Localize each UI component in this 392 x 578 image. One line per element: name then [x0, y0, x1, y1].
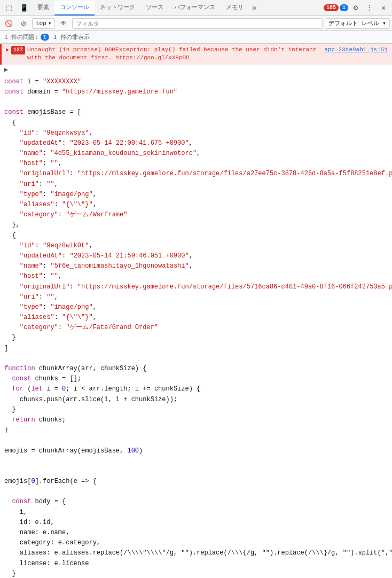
- issues-count-label: 1 件の問題:: [4, 33, 38, 41]
- log-level-label: デフォルト レベル ▾: [328, 19, 386, 27]
- tab-console[interactable]: コンソール: [54, 1, 95, 15]
- error-count-badge: 185: [324, 4, 339, 11]
- log-level-dropdown[interactable]: デフォルト レベル ▾: [325, 18, 390, 29]
- expand-arrow-icon: ▶: [4, 66, 8, 74]
- filter-toggle-icon[interactable]: ⊘: [17, 18, 30, 29]
- error-line-number: 127: [11, 46, 25, 54]
- hidden-count-label: 1 件の非表示: [53, 33, 90, 41]
- device-icon[interactable]: 📱: [17, 2, 31, 14]
- issues-count: 1 件の問題: 1: [4, 33, 49, 41]
- context-label: top: [36, 20, 46, 27]
- tab-performance[interactable]: パフォーマンス: [169, 1, 221, 15]
- error-file-ref[interactable]: app-23ce9ab1.js:51: [324, 46, 388, 54]
- error-row: ▶ 127 Uncaught (in promise) DOMException…: [0, 44, 392, 65]
- issues-bar: 1 件の問題: 1 1 件の非表示: [0, 31, 392, 44]
- settings-icon[interactable]: ⚙: [349, 2, 362, 14]
- notification-badge: 1: [340, 4, 348, 11]
- filter-input[interactable]: [72, 18, 323, 29]
- error-message: Uncaught (in promise) DOMException: play…: [27, 46, 320, 63]
- context-dropdown[interactable]: top ▾: [32, 18, 55, 29]
- tab-elements[interactable]: 要素: [32, 1, 54, 15]
- inspect-icon[interactable]: ⬚: [2, 2, 16, 14]
- tab-more[interactable]: »: [249, 4, 260, 12]
- code-content: const i = "XXXXXXXX" const domain = "htt…: [0, 75, 392, 578]
- close-icon[interactable]: ✕: [377, 2, 390, 14]
- tab-memory[interactable]: メモリ: [221, 1, 249, 15]
- more-options-icon[interactable]: ⋮: [363, 2, 376, 14]
- filter-bar: 🚫 ⊘ top ▾ 👁 デフォルト レベル ▾: [0, 16, 392, 31]
- tab-sources[interactable]: ソース: [140, 1, 169, 15]
- dropdown-arrow-icon: ▾: [48, 20, 52, 27]
- eye-icon[interactable]: 👁: [57, 18, 70, 29]
- devtools-toolbar: ⬚ 📱 要素 コンソール ネットワーク ソース パフォーマンス メモリ » 18…: [0, 0, 392, 16]
- expand-row[interactable]: ▶: [0, 65, 392, 75]
- clear-console-icon[interactable]: 🚫: [2, 18, 15, 29]
- error-expand-arrow[interactable]: ▶: [6, 46, 9, 54]
- tab-network[interactable]: ネットワーク: [95, 1, 140, 15]
- issues-count-badge: 1: [41, 34, 49, 41]
